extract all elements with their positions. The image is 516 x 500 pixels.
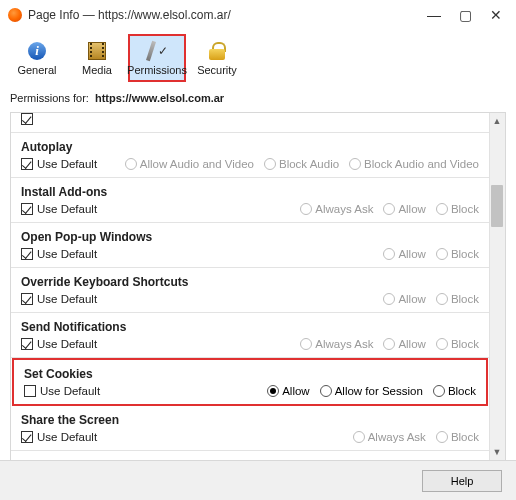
permission-section-send-notifications: Send Notifications Use Default Always As… [11, 313, 489, 358]
scroll-down-icon[interactable]: ▼ [491, 446, 503, 458]
radio-icon [383, 293, 395, 305]
radio-icon [433, 385, 445, 397]
permission-section-popup: Open Pop-up Windows Use Default Allow Bl… [11, 223, 489, 268]
firefox-icon [8, 8, 22, 22]
radio-icon [383, 248, 395, 260]
section-title: Override Keyboard Shortcuts [21, 275, 479, 289]
radio-allow-audio-video[interactable]: Allow Audio and Video [125, 158, 254, 170]
checkbox-icon [21, 203, 33, 215]
radio-block[interactable]: Block [433, 385, 476, 397]
help-button[interactable]: Help [422, 470, 502, 492]
use-default-label: Use Default [40, 385, 100, 397]
permission-section-truncated-top: Use Default [11, 113, 489, 133]
use-default-checkbox[interactable]: Use Default [21, 203, 97, 215]
radio-icon [353, 431, 365, 443]
section-title: Autoplay [21, 140, 479, 154]
minimize-button[interactable]: — [427, 7, 441, 23]
radio-always-ask[interactable]: Always Ask [300, 203, 373, 215]
tab-media[interactable]: Media [68, 34, 126, 82]
checkbox-icon [21, 293, 33, 305]
checkbox-icon [21, 248, 33, 260]
use-default-label: Use Default [37, 338, 97, 350]
use-default-label: Use Default [37, 203, 97, 215]
checkbox-icon [21, 338, 33, 350]
radio-block-audio[interactable]: Block Audio [264, 158, 339, 170]
tab-media-label: Media [82, 64, 112, 76]
use-default-checkbox[interactable]: Use Default [24, 385, 100, 397]
radio-icon [436, 248, 448, 260]
permissions-icon [146, 40, 168, 62]
radio-icon [436, 431, 448, 443]
use-default-checkbox[interactable]: Use Default [21, 338, 97, 350]
permissions-for-url: https://www.elsol.com.ar [95, 92, 224, 104]
radio-block[interactable]: Block [436, 248, 479, 260]
use-default-checkbox[interactable]: Use Default [21, 158, 97, 170]
checkbox-icon [24, 385, 36, 397]
lock-icon [206, 40, 228, 62]
radio-always-ask[interactable]: Always Ask [353, 431, 426, 443]
permissions-list-container: Use Default Autoplay Use Default Allow A… [10, 112, 506, 461]
use-default-checkbox[interactable]: Use Default [21, 248, 97, 260]
scroll-up-icon[interactable]: ▲ [491, 115, 503, 127]
radio-block-audio-video[interactable]: Block Audio and Video [349, 158, 479, 170]
filmstrip-icon [86, 40, 108, 62]
maximize-button[interactable]: ▢ [459, 7, 472, 23]
radio-icon [383, 203, 395, 215]
radio-allow[interactable]: Allow [383, 293, 425, 305]
radio-icon [436, 203, 448, 215]
radio-icon [125, 158, 137, 170]
use-default-label: Use Default [37, 248, 97, 260]
info-icon: i [26, 40, 48, 62]
permissions-for-label: Permissions for: [10, 92, 89, 104]
titlebar: Page Info — https://www.elsol.com.ar/ — … [0, 0, 516, 30]
toolbar: i General Media Permissions Security [0, 30, 516, 86]
tab-permissions[interactable]: Permissions [128, 34, 186, 82]
radio-icon [300, 203, 312, 215]
radio-block[interactable]: Block [436, 203, 479, 215]
tab-general-label: General [17, 64, 56, 76]
permissions-scroll-area: Use Default Autoplay Use Default Allow A… [11, 113, 489, 460]
footer: Help [0, 460, 516, 500]
tab-general[interactable]: i General [8, 34, 66, 82]
use-default-label: Use Default [37, 431, 97, 443]
section-title: Open Pop-up Windows [21, 230, 479, 244]
radio-allow[interactable]: Allow [383, 203, 425, 215]
radio-icon [349, 158, 361, 170]
scrollbar[interactable]: ▲ ▼ [489, 113, 505, 460]
permissions-for-header: Permissions for: https://www.elsol.com.a… [0, 86, 516, 110]
checkbox-icon [21, 113, 33, 125]
radio-allow[interactable]: Allow [383, 248, 425, 260]
radio-block[interactable]: Block [436, 338, 479, 350]
radio-allow[interactable]: Allow [383, 338, 425, 350]
close-button[interactable]: ✕ [490, 7, 502, 23]
radio-icon [267, 385, 279, 397]
use-default-checkbox[interactable]: Use Default [21, 431, 97, 443]
radio-icon [436, 293, 448, 305]
permission-section-set-cookies: Set Cookies Use Default Allow Allow for … [12, 358, 488, 406]
use-default-checkbox[interactable]: Use Default [21, 113, 97, 125]
scroll-thumb[interactable] [491, 185, 503, 227]
tab-permissions-label: Permissions [127, 64, 187, 76]
permission-section-install-addons: Install Add-ons Use Default Always Ask A… [11, 178, 489, 223]
radio-icon [320, 385, 332, 397]
use-default-label: Use Default [37, 293, 97, 305]
permission-section-override-kb: Override Keyboard Shortcuts Use Default … [11, 268, 489, 313]
radio-block[interactable]: Block [436, 293, 479, 305]
radio-icon [383, 338, 395, 350]
permission-section-share-screen: Share the Screen Use Default Always Ask … [11, 406, 489, 451]
radio-allow-for-session[interactable]: Allow for Session [320, 385, 423, 397]
window-title: Page Info — https://www.elsol.com.ar/ [28, 8, 427, 22]
tab-security-label: Security [197, 64, 237, 76]
checkbox-icon [21, 158, 33, 170]
section-title: Send Notifications [21, 320, 479, 334]
tab-security[interactable]: Security [188, 34, 246, 82]
use-default-checkbox[interactable]: Use Default [21, 293, 97, 305]
radio-icon [300, 338, 312, 350]
radio-block[interactable]: Block [436, 431, 479, 443]
use-default-label: Use Default [37, 158, 97, 170]
section-title: Set Cookies [24, 367, 476, 381]
radio-icon [436, 338, 448, 350]
radio-always-ask[interactable]: Always Ask [300, 338, 373, 350]
permission-section-autoplay: Autoplay Use Default Allow Audio and Vid… [11, 133, 489, 178]
radio-allow[interactable]: Allow [267, 385, 309, 397]
